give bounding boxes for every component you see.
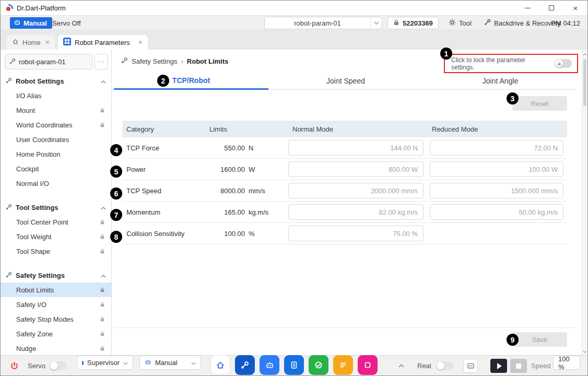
normal-mode-input[interactable] — [288, 161, 424, 177]
row-limit-value: 100.00 — [209, 230, 245, 238]
play-button[interactable] — [490, 359, 507, 373]
sidebar-item-world-coordinates[interactable]: World Coordinates — [1, 118, 111, 132]
row-limit: 550.00N — [209, 144, 288, 152]
tab-robot-parameters[interactable]: Robot Parameters × — [58, 35, 148, 50]
annotation-6: 6 — [110, 187, 122, 199]
sidebar-item-mount[interactable]: Mount — [1, 103, 111, 118]
sidebar-item-safety-stop-modes[interactable]: Safety Stop Modes — [1, 312, 111, 326]
breadcrumb-parent[interactable]: Safety Settings — [132, 57, 177, 65]
sidebar-item-io-alias[interactable]: I/O Alias — [1, 88, 111, 103]
sidebar-item-nudge[interactable]: Nudge — [1, 341, 111, 356]
servo-status-label: Servo Off — [52, 19, 81, 27]
tab-joint-angle[interactable]: Joint Angle — [423, 73, 578, 89]
sidebar-item-home-position[interactable]: Home Position — [1, 147, 111, 161]
normal-mode-input[interactable] — [288, 183, 424, 198]
dock-home-app-icon[interactable] — [210, 355, 230, 375]
sidebar-item-safety-io[interactable]: Safety I/O — [1, 297, 111, 312]
sidebar-item-label: Tool Shape — [16, 248, 50, 255]
section-tool-settings-label: Tool Settings — [16, 204, 58, 212]
row-category: TCP Force — [122, 144, 209, 152]
sidebar-item-tool-center-point[interactable]: Tool Center Point — [1, 215, 111, 229]
normal-mode-input[interactable] — [288, 204, 424, 220]
dock-document-app-icon[interactable] — [284, 355, 304, 375]
operation-mode-dropdown[interactable]: Manual — [139, 356, 201, 370]
scroll-up-icon[interactable] — [582, 51, 587, 58]
robot-mode-badge[interactable]: Manual — [10, 17, 52, 29]
divider — [114, 327, 578, 328]
reduced-mode-input[interactable] — [430, 183, 563, 198]
row-limit: 1600.00W — [209, 166, 288, 173]
sidebar-item-normal-io[interactable]: Normal I/O — [1, 176, 111, 191]
sidebar-item-tool-weight[interactable]: Tool Weight — [1, 229, 111, 244]
header-limits: Limits — [209, 125, 288, 133]
sidebar-item-tool-shape[interactable]: Tool Shape — [1, 244, 111, 258]
reduced-mode-input[interactable] — [430, 161, 563, 177]
param-select-value: robot-param-01 — [265, 19, 370, 27]
tab-home[interactable]: Home × — [7, 35, 55, 50]
row-limit-unit: N — [249, 144, 253, 152]
table-row-tcp-speed: TCP Speed 8000.00mm/s — [122, 180, 567, 202]
section-safety-settings[interactable]: Safety Settings — [1, 268, 111, 283]
maximize-button[interactable] — [539, 1, 563, 15]
dock-robot-params-app-icon[interactable] — [235, 355, 255, 375]
sidebar-item-robot-limits[interactable]: Robot Limits — [1, 283, 111, 297]
robot-serial-value: 52203369 — [403, 19, 433, 27]
close-button[interactable]: × — [563, 1, 587, 15]
section-robot-settings[interactable]: Robot Settings — [1, 74, 111, 88]
tool-button[interactable]: Tool — [444, 17, 476, 29]
chevron-up-icon[interactable] — [101, 77, 106, 85]
dock-task-list-app-icon[interactable] — [333, 355, 353, 375]
vertical-scrollbar[interactable] — [582, 50, 587, 356]
scroll-down-icon[interactable] — [582, 348, 587, 355]
scrollbar-thumb[interactable] — [583, 59, 586, 106]
robot-icon — [145, 359, 151, 367]
sidebar-item-cockpit[interactable]: Cockpit — [1, 161, 111, 176]
save-button[interactable]: Save — [512, 332, 567, 347]
minimize-button[interactable] — [515, 1, 539, 15]
row-limit-unit: % — [249, 230, 255, 238]
tab-robot-parameters-close-icon[interactable]: × — [138, 38, 143, 46]
row-limit: 165.00kg.m/s — [209, 208, 288, 216]
reset-button[interactable]: Reset — [512, 96, 567, 111]
row-limit-unit: mm/s — [249, 187, 265, 195]
reduced-mode-input[interactable] — [430, 204, 563, 220]
servo-toggle[interactable] — [50, 356, 67, 376]
chevron-up-icon[interactable] — [101, 204, 106, 212]
normal-mode-input[interactable] — [288, 226, 424, 241]
toolbar: Manual Servo Off robot-param-01 52203369… — [1, 15, 587, 30]
servo-label: Servo — [28, 356, 45, 376]
sidebar-item-label: World Coordinates — [16, 121, 72, 129]
tab-home-close-icon[interactable]: × — [45, 38, 50, 46]
sidebar-item-label: Nudge — [16, 345, 36, 352]
chevron-up-icon[interactable] — [101, 272, 106, 279]
lock-icon — [100, 249, 105, 254]
role-dropdown[interactable]: Supervisor — [77, 356, 133, 370]
tab-joint-speed[interactable]: Joint Speed — [268, 73, 423, 89]
tool-button-label: Tool — [459, 19, 472, 27]
sidebar-item-safety-zone[interactable]: Safety Zone — [1, 326, 111, 341]
power-icon[interactable] — [10, 356, 19, 376]
sidebar-more-button[interactable]: ··· — [95, 54, 108, 69]
sidebar-item-user-coordinates[interactable]: User Coordinates — [1, 132, 111, 147]
row-category: Power — [122, 166, 209, 173]
lock-parameters-toggle[interactable] — [555, 59, 572, 68]
dock-collapse-chevron-icon[interactable] — [398, 356, 404, 376]
dock-robot-app-icon[interactable] — [260, 355, 279, 375]
limits-table: Category Limits Normal Mode Reduced Mode… — [122, 121, 567, 244]
section-robot-settings-label: Robot Settings — [16, 77, 64, 85]
param-select-dropdown[interactable]: robot-param-01 — [264, 17, 382, 29]
sidebar-param-name-box[interactable]: robot-param-01 — [5, 54, 92, 69]
speed-value-badge[interactable]: 100 % — [553, 356, 580, 370]
section-tool-settings[interactable]: Tool Settings — [1, 200, 111, 215]
tab-tcp-robot[interactable]: TCP/Robot — [114, 73, 268, 90]
real-mode-toggle[interactable] — [436, 356, 453, 376]
dock-store-app-icon[interactable] — [358, 355, 378, 375]
sidebar-item-label: Safety Zone — [16, 330, 53, 338]
reduced-mode-input[interactable] — [430, 140, 563, 156]
header-reduced-mode: Reduced Mode — [430, 125, 567, 133]
role-status-dot — [82, 361, 84, 365]
normal-mode-input[interactable] — [288, 140, 424, 156]
simulator-panel-icon[interactable] — [463, 359, 478, 373]
dock-monitoring-app-icon[interactable] — [309, 355, 328, 375]
stop-button[interactable] — [510, 359, 527, 373]
